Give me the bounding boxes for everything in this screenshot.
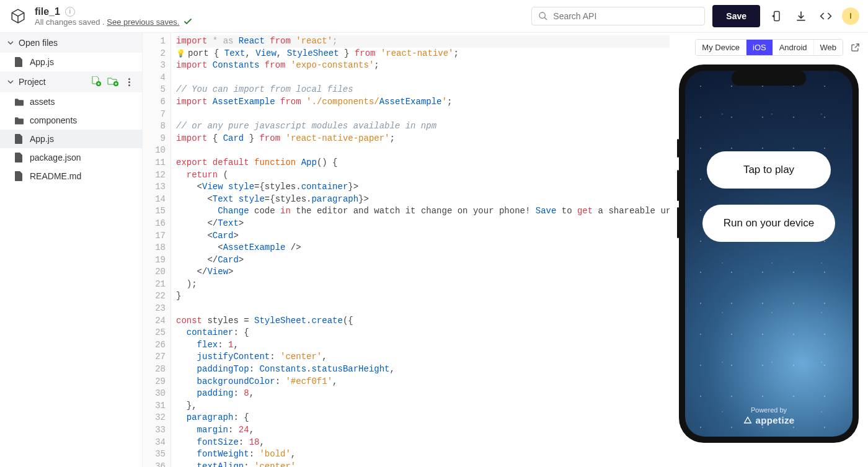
code-content[interactable]: import * as React from 'react';💡port { T… (171, 33, 670, 467)
title-block: file_1 i All changes saved . See previou… (35, 6, 192, 27)
file-icon (15, 153, 24, 162)
new-folder-icon[interactable] (107, 76, 118, 87)
preview-tabs: My Device iOS Android Web (695, 39, 843, 56)
popout-icon[interactable] (849, 42, 861, 53)
menu-dots-icon[interactable] (123, 76, 135, 87)
project-item-assets[interactable]: assets (0, 92, 142, 111)
sidebar: Open files App.js Project (0, 33, 143, 467)
folder-icon (15, 98, 24, 106)
save-button[interactable]: Save (712, 5, 760, 27)
chevron-down-icon (7, 40, 14, 46)
device-preview-icon[interactable] (768, 7, 785, 25)
project-item-readme[interactable]: README.md (0, 167, 142, 185)
open-files-header[interactable]: Open files (0, 33, 142, 53)
file-icon (15, 57, 24, 67)
avatar[interactable]: I (842, 7, 859, 25)
check-icon (184, 17, 192, 27)
new-file-icon[interactable] (91, 76, 102, 87)
phone-frame: Tap to play Run on your device Powered b… (679, 64, 859, 443)
svg-point-2 (539, 12, 545, 18)
embed-code-icon[interactable] (817, 7, 835, 25)
svg-line-3 (544, 17, 547, 20)
powered-by: Powered by appetize (685, 406, 852, 425)
tab-my-device[interactable]: My Device (696, 40, 746, 55)
snack-logo-icon[interactable] (9, 7, 27, 25)
previous-saves-link[interactable]: See previous saves. (107, 17, 179, 27)
file-title: file_1 (35, 6, 60, 17)
chevron-down-icon (7, 79, 14, 85)
tap-to-play-button[interactable]: Tap to play (707, 151, 831, 189)
search-icon (538, 11, 548, 21)
phone-screen: Tap to play Run on your device Powered b… (685, 71, 852, 437)
line-gutter: 1234567891011121314151617181920212223242… (143, 33, 171, 467)
tab-android[interactable]: Android (773, 40, 814, 55)
run-on-device-button[interactable]: Run on your device (702, 205, 835, 242)
project-item-package[interactable]: package.json (0, 148, 142, 167)
save-status: All changes saved . See previous saves. (35, 17, 192, 27)
file-icon (15, 134, 24, 144)
code-editor[interactable]: 1234567891011121314151617181920212223242… (143, 33, 670, 467)
info-icon[interactable]: i (65, 7, 75, 17)
tab-web[interactable]: Web (814, 40, 843, 55)
header: file_1 i All changes saved . See previou… (0, 0, 868, 33)
search-box[interactable] (531, 7, 705, 25)
download-icon[interactable] (792, 7, 810, 25)
folder-icon (15, 117, 24, 125)
svg-rect-4 (774, 12, 779, 21)
file-icon (15, 171, 24, 181)
svg-line-10 (854, 44, 858, 48)
project-item-components[interactable]: components (0, 111, 142, 130)
open-file-item[interactable]: App.js (0, 53, 142, 71)
project-header[interactable]: Project (0, 71, 142, 92)
preview-panel: My Device iOS Android Web Tap to play Ru… (670, 33, 868, 467)
project-item-app[interactable]: App.js (0, 130, 142, 148)
tab-ios[interactable]: iOS (746, 40, 773, 55)
search-input[interactable] (553, 11, 698, 21)
